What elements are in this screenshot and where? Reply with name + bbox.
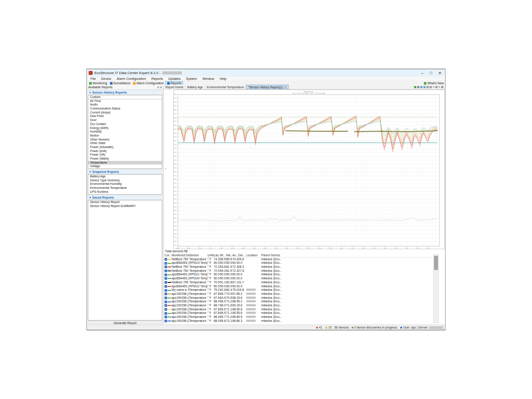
report-item-power-va-[interactable]: Power (VA) — [88, 153, 162, 157]
whats-new-link[interactable]: What's New — [424, 82, 445, 85]
table-scrollbar[interactable] — [433, 254, 439, 323]
chart-type-dropdown[interactable] — [433, 86, 434, 88]
report-item-communication-status[interactable]: Communication Status — [88, 107, 162, 111]
row-checkbox[interactable]: ✓ — [164, 266, 167, 268]
column-header-av-[interactable]: Av... — [232, 254, 238, 257]
zoom-out-icon[interactable] — [423, 86, 426, 88]
column-header-sensor[interactable]: Sensor — [189, 254, 207, 257]
report-item-humidity[interactable]: Humidity — [88, 130, 162, 134]
row-checkbox[interactable]: ✓ — [164, 293, 167, 295]
report-item-audio[interactable]: Audio — [88, 103, 162, 107]
table-row[interactable]: ✓apc190158 (1...Temperature ...° F67.564… — [164, 296, 432, 300]
report-item-dry-contact[interactable]: Dry Contact — [88, 122, 162, 126]
section-header-sensor-history-reports[interactable]: Sensor History Reports — [88, 90, 162, 94]
menu-item-device[interactable]: Device — [98, 77, 114, 81]
row-checkbox[interactable]: ✓ — [164, 258, 167, 261]
zoom-in-icon[interactable] — [420, 86, 422, 88]
report-item-other-numeric[interactable]: Other Numeric — [88, 138, 162, 142]
report-item-door[interactable]: Door — [88, 118, 162, 122]
panel-header-icons[interactable] — [157, 86, 162, 88]
report-item-sensor-history-report-summary[interactable]: Sensor History Report SUMMARY — [88, 204, 162, 208]
table-row[interactable]: ✓apc190158 (1...Temperature ...° F68.766… — [164, 304, 432, 308]
row-checkbox[interactable]: ✓ — [164, 312, 167, 315]
row-checkbox[interactable]: ✓ — [164, 320, 167, 322]
report-item-temperature[interactable]: Temperature — [88, 161, 162, 165]
menu-item-updates[interactable]: Updates — [166, 77, 184, 81]
report-item-current-amps-[interactable]: Current (Amps) — [88, 111, 162, 115]
tab-battery-age[interactable]: Battery Age — [185, 85, 205, 89]
row-checkbox[interactable]: ✓ — [164, 277, 167, 280]
close-button[interactable]: ✕ — [438, 71, 442, 75]
report-item-sensor-history-report[interactable]: Sensor History Report — [88, 200, 162, 204]
row-checkbox[interactable]: ✓ — [164, 285, 167, 288]
report-item-device-type-inventory[interactable]: Device Type Inventory — [88, 179, 162, 183]
interval-dropdown[interactable] — [438, 86, 440, 88]
critical-alarm-count[interactable]: 41 — [316, 326, 322, 329]
minimize-button[interactable]: – — [421, 71, 423, 75]
column-header-parent-device[interactable]: Parent Device — [261, 254, 304, 257]
row-checkbox[interactable]: ✓ — [164, 262, 167, 265]
report-item-air-flow[interactable]: Air Flow — [88, 99, 162, 103]
row-checkbox[interactable]: ✓ — [164, 274, 167, 276]
save-icon[interactable] — [417, 86, 419, 88]
menu-item-system[interactable]: System — [184, 77, 200, 81]
column-header-mi-[interactable]: Mi... — [220, 254, 226, 257]
row-checkbox[interactable]: ✓ — [164, 316, 167, 318]
report-item-ups-runtime[interactable]: UPS Runtime — [88, 190, 162, 194]
table-row[interactable]: ✓NetBotz 750 ...Temperature ...° F72.954… — [164, 269, 432, 273]
report-item-environmental-humidity[interactable]: Environmental Humidity — [88, 182, 162, 186]
column-header-col-[interactable]: Col... — [164, 254, 172, 257]
menu-item-file[interactable]: File — [88, 77, 98, 81]
pan-icon[interactable] — [430, 86, 432, 88]
row-checkbox[interactable]: ✓ — [164, 304, 167, 307]
report-item-custom[interactable]: Custom — [88, 95, 162, 99]
perspective-monitoring[interactable]: Monitoring — [88, 81, 109, 85]
row-checkbox[interactable]: ✓ — [164, 270, 167, 272]
warning-alarm-count[interactable]: 10 — [325, 326, 332, 329]
tab-environmental-temperature[interactable]: Environmental Temperature — [205, 85, 246, 89]
table-row[interactable]: ✓apc190158 (1...Temperature ...° F67.865… — [164, 311, 432, 315]
report-item-energy-kwh-[interactable]: Energy (kWh) — [88, 126, 162, 130]
row-checkbox[interactable]: ✓ — [164, 301, 167, 303]
report-item-battery-age[interactable]: Battery Age — [88, 175, 162, 179]
interval-icon[interactable] — [435, 86, 438, 88]
scrollbar-thumb[interactable] — [434, 256, 438, 270]
row-checkbox[interactable]: ✓ — [164, 297, 167, 299]
report-item-other-state[interactable]: Other State — [88, 141, 162, 145]
report-item-environmental-temperature[interactable]: Environmental Temperature — [88, 186, 162, 190]
column-header-location[interactable]: Location — [246, 254, 261, 257]
table-row[interactable]: ✓apc190158 (1...Temperature ...° F67.865… — [164, 308, 432, 312]
report-item-power-kilowatts-[interactable]: Power (Kilowatts) — [88, 145, 162, 149]
table-row[interactable]: ✓apcB5A453 (1...RPDU2 Temp...° F50.050.0… — [164, 285, 432, 289]
report-item-power-watts-[interactable]: Power (Watts) — [88, 157, 162, 161]
table-row[interactable]: ✓NetBotz 750 ...Temperature ...° F72.353… — [164, 265, 432, 269]
row-checkbox[interactable]: ✓ — [164, 289, 167, 292]
menu-item-window[interactable]: Window — [200, 77, 217, 81]
export-icon[interactable] — [414, 86, 416, 88]
table-row[interactable]: ✓apc190158 (1...Temperature ...° F67.865… — [164, 292, 432, 296]
report-item-dew-point[interactable]: Dew Point — [88, 114, 162, 118]
report-item-power-kva-[interactable]: Power (kVA) — [88, 149, 162, 153]
row-checkbox[interactable]: ✓ — [164, 308, 167, 311]
menu-item-alarm-configuration[interactable]: Alarm Configuration — [114, 77, 149, 81]
table-row[interactable]: ✓apcB5A453 (1...RPDU3 Temp...° F50.050.0… — [164, 261, 432, 265]
table-row[interactable]: ✓apc190158 (1...Temperature ...° F68.465… — [164, 315, 432, 319]
column-header-ma-[interactable]: Ma... — [226, 254, 232, 257]
tab-report-home[interactable]: Report Home — [164, 85, 185, 89]
column-header-las-[interactable]: Las... — [214, 254, 220, 257]
tab--sensor-history-report-1-[interactable]: *Sensor History Report(1)✕ — [246, 85, 289, 89]
grid-icon[interactable] — [426, 86, 429, 88]
column-header-del-[interactable]: Del... — [238, 254, 246, 257]
row-checkbox[interactable]: ✓ — [164, 281, 167, 284]
menu-item-reports[interactable]: Reports — [149, 77, 165, 81]
report-item-voltage[interactable]: Voltage — [88, 164, 162, 168]
table-row[interactable]: ✓NetBotz 755 ...Temperature ...° F70.951… — [164, 281, 432, 285]
perspective-alarm-configuration[interactable]: Alarm Configuration — [132, 81, 165, 85]
table-row[interactable]: ✓apc190158 (1...Temperature ...° F68.065… — [164, 319, 432, 323]
tab-close-icon[interactable]: ✕ — [284, 86, 286, 89]
column-header-units[interactable]: Units — [207, 254, 214, 257]
perspective-surveillance[interactable]: Surveillance — [109, 81, 132, 85]
table-row[interactable]: ✓apcB5A453 (1...RPDU1 Temp...° F50.050.0… — [164, 273, 432, 277]
column-header-monitored-de-[interactable]: Monitored De... — [172, 254, 189, 257]
report-item-motion[interactable]: Motion — [88, 134, 162, 138]
